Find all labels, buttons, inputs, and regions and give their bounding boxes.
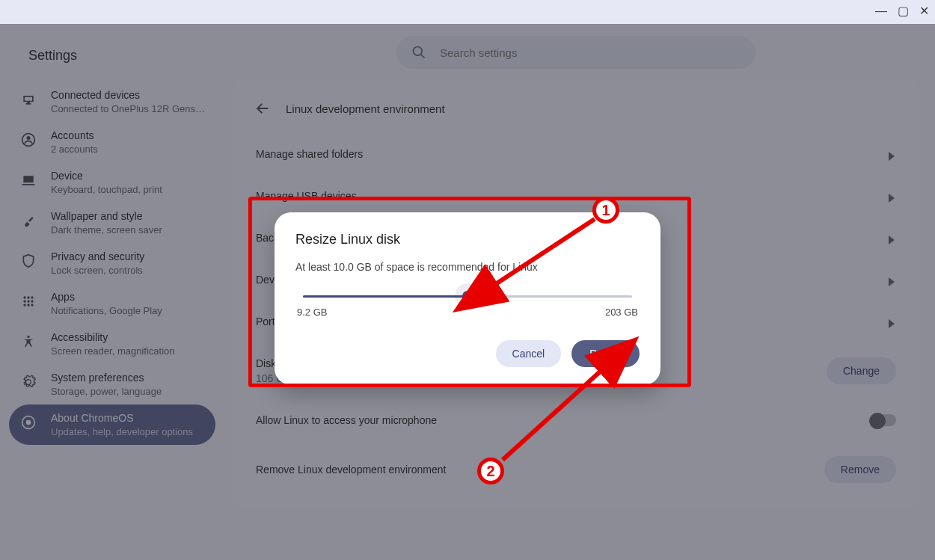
window-close-icon[interactable]: ✕ xyxy=(919,4,929,18)
disk-size-slider[interactable] xyxy=(303,295,632,298)
slider-min-label: 9.2 GB xyxy=(297,307,327,318)
window-titlebar: — ▢ ✕ xyxy=(0,0,935,24)
window-maximize-icon[interactable]: ▢ xyxy=(898,4,909,18)
modal-title: Resize Linux disk xyxy=(295,232,640,247)
modal-recommendation: At least 10.0 GB of space is recommended… xyxy=(295,261,640,273)
slider-thumb[interactable] xyxy=(462,291,473,301)
cancel-button[interactable]: Cancel xyxy=(496,340,562,367)
window-minimize-icon[interactable]: — xyxy=(875,4,887,18)
resize-disk-modal: Resize Linux disk At least 10.0 GB of sp… xyxy=(275,212,660,385)
slider-max-label: 203 GB xyxy=(605,307,638,318)
resize-button[interactable]: Resize xyxy=(571,340,640,367)
